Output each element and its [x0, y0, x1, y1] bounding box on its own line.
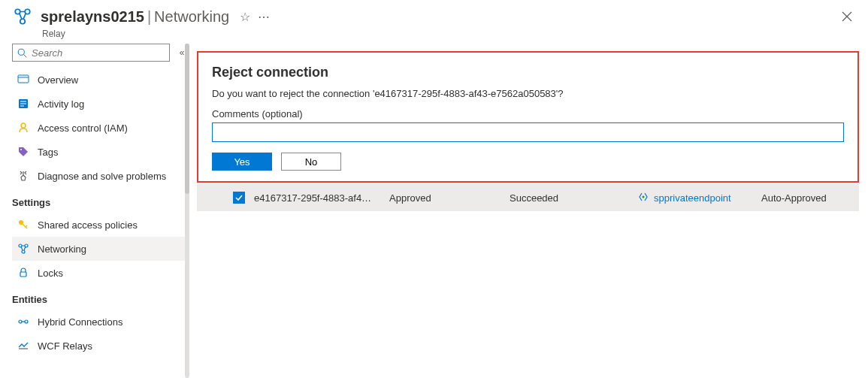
- sidebar-item-locks[interactable]: Locks: [12, 261, 189, 285]
- svg-point-13: [19, 320, 22, 323]
- row-connection-state: Approved: [389, 192, 510, 204]
- sidebar-item-hybrid-connections[interactable]: Hybrid Connections: [12, 310, 189, 334]
- page-section-title: Networking: [154, 8, 229, 26]
- svg-rect-4: [18, 75, 29, 83]
- svg-point-6: [21, 123, 26, 128]
- sidebar-item-label: Activity log: [38, 98, 84, 110]
- resource-name: sprelayns0215: [41, 8, 144, 26]
- networking-icon: [17, 242, 30, 256]
- sidebar-section-settings: Settings: [12, 197, 189, 208]
- svg-point-14: [25, 320, 28, 323]
- comments-input[interactable]: [212, 122, 844, 142]
- private-endpoint-icon: [637, 191, 649, 205]
- sidebar-item-label: Networking: [38, 243, 86, 255]
- sidebar-item-networking[interactable]: Networking: [12, 237, 189, 261]
- svg-point-7: [20, 149, 22, 150]
- overview-icon: [17, 73, 30, 86]
- close-icon[interactable]: [838, 8, 856, 26]
- svg-point-15: [643, 195, 645, 198]
- sidebar-search[interactable]: [12, 44, 170, 62]
- no-button[interactable]: No: [281, 153, 341, 171]
- title-separator: |: [147, 8, 151, 26]
- row-private-endpoint-link[interactable]: spprivateendpoint: [637, 191, 761, 205]
- sidebar-item-label: Shared access policies: [38, 219, 138, 231]
- dialog-message: Do you want to reject the connection 'e4…: [212, 88, 844, 99]
- row-checkbox[interactable]: [233, 192, 245, 204]
- comments-label: Comments (optional): [212, 108, 844, 119]
- sidebar-item-wcf-relays[interactable]: WCF Relays: [12, 334, 189, 358]
- resource-type-label: Relay: [42, 29, 868, 39]
- sidebar-item-label: Hybrid Connections: [38, 316, 122, 328]
- more-actions-icon[interactable]: ⋯: [258, 10, 271, 24]
- diagnose-icon: [17, 169, 30, 183]
- sidebar-item-overview[interactable]: Overview: [12, 68, 189, 92]
- sidebar-item-label: Access control (IAM): [38, 122, 128, 134]
- sidebar-item-label: Diagnose and solve problems: [38, 171, 166, 182]
- row-endpoint-name: spprivateendpoint: [654, 192, 731, 204]
- sidebar-item-label: WCF Relays: [38, 340, 92, 352]
- relay-resource-icon: [12, 6, 33, 27]
- yes-button[interactable]: Yes: [212, 153, 272, 171]
- search-input[interactable]: [32, 47, 165, 59]
- access-control-icon: [17, 121, 30, 135]
- favorite-star-icon[interactable]: ☆: [240, 10, 250, 24]
- dialog-title: Reject connection: [212, 65, 844, 80]
- svg-point-2: [20, 19, 26, 24]
- hybrid-connections-icon: [17, 315, 30, 328]
- row-connection-id: e4167317-295f-4883-af4…: [254, 192, 389, 204]
- sidebar-item-label: Tags: [38, 147, 58, 158]
- svg-point-3: [18, 49, 24, 55]
- sidebar-item-shared-access-policies[interactable]: Shared access policies: [12, 213, 189, 237]
- wcf-relays-icon: [17, 339, 30, 352]
- reject-connection-dialog: Reject connection Do you want to reject …: [197, 51, 859, 183]
- lock-icon: [17, 266, 30, 280]
- key-icon: [17, 218, 30, 231]
- row-provisioning-state: Succeeded: [510, 192, 637, 204]
- check-icon: [234, 193, 243, 202]
- sidebar-item-label: Locks: [38, 268, 63, 279]
- svg-point-11: [22, 250, 25, 253]
- activity-log-icon: [17, 97, 30, 110]
- svg-rect-12: [20, 272, 26, 277]
- connection-row[interactable]: e4167317-295f-4883-af4… Approved Succeed…: [197, 184, 859, 211]
- tags-icon: [17, 145, 30, 159]
- row-description: Auto-Approved: [761, 192, 851, 204]
- sidebar-item-activity-log[interactable]: Activity log: [12, 92, 189, 116]
- sidebar-item-label: Overview: [38, 74, 78, 86]
- sidebar-item-access-control[interactable]: Access control (IAM): [12, 116, 189, 140]
- sidebar-section-entities: Entities: [12, 294, 189, 305]
- search-icon: [17, 48, 27, 58]
- sidebar-item-tags[interactable]: Tags: [12, 140, 189, 164]
- sidebar-item-diagnose[interactable]: Diagnose and solve problems: [12, 164, 189, 188]
